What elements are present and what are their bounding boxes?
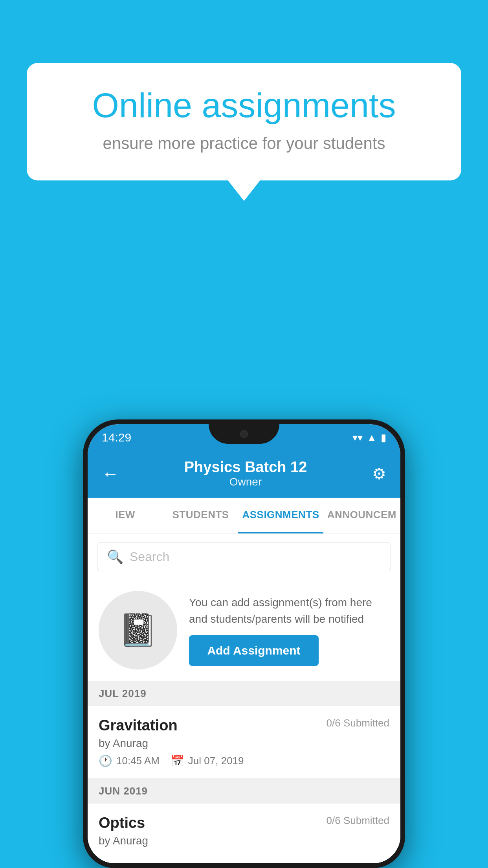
assignment-top-optics: Optics 0/6 Submitted [99,815,389,831]
section-label-jun: JUN 2019 [99,785,148,797]
info-block: 📓 You can add assignment(s) from here an… [88,579,400,681]
notch [209,424,279,444]
speech-bubble: Online assignments ensure more practice … [27,63,461,180]
assignment-meta-gravitation: 🕐 10:45 AM 📅 Jul 07, 2019 [99,754,389,767]
tab-students[interactable]: STUDENTS [163,498,238,533]
search-icon: 🔍 [107,549,123,565]
section-header-jul: JUL 2019 [88,681,400,706]
header-title: Physics Batch 12 [119,459,372,476]
assignment-submitted-optics: 0/6 Submitted [327,815,389,827]
settings-button[interactable]: ⚙ [372,465,386,483]
speech-bubble-subtitle: ensure more practice for your students [54,134,434,153]
phone-screen: 14:29 ▾▾ ▲ ▮ ← Physics Batch 12 Owner ⚙ [88,424,400,863]
calendar-icon: 📅 [171,754,184,767]
status-time: 14:29 [102,431,131,444]
tab-iew[interactable]: IEW [88,498,163,533]
notebook-icon: 📓 [118,612,158,649]
content-area: 🔍 Search 📓 You can add assignment(s) fro… [88,534,400,863]
battery-icon: ▮ [381,432,386,444]
phone-device: 14:29 ▾▾ ▲ ▮ ← Physics Batch 12 Owner ⚙ [83,419,405,868]
phone-outer-frame: 14:29 ▾▾ ▲ ▮ ← Physics Batch 12 Owner ⚙ [83,419,405,868]
wifi-icon: ▾▾ [352,432,363,444]
assignment-date: 📅 Jul 07, 2019 [171,754,244,767]
tab-bar: IEW STUDENTS ASSIGNMENTS ANNOUNCEM [88,498,400,534]
search-container: 🔍 Search [88,534,400,579]
status-icons: ▾▾ ▲ ▮ [352,432,386,444]
assignment-title-optics: Optics [99,815,145,831]
info-right: You can add assignment(s) from here and … [189,594,389,666]
section-header-jun: JUN 2019 [88,779,400,804]
assignment-submitted-gravitation: 0/6 Submitted [327,717,389,729]
assignment-title-gravitation: Gravitation [99,717,178,734]
assignment-top: Gravitation 0/6 Submitted [99,717,389,734]
section-label-jul: JUL 2019 [99,688,147,699]
clock-icon: 🕐 [99,754,112,767]
assignment-item-gravitation[interactable]: Gravitation 0/6 Submitted by Anurag 🕐 10… [88,706,400,779]
camera [240,430,248,438]
search-box[interactable]: 🔍 Search [97,542,391,571]
assignment-author-gravitation: by Anurag [99,737,389,750]
signal-icon: ▲ [367,432,377,444]
info-icon-circle: 📓 [99,591,177,669]
assignment-author-optics: by Anurag [99,835,389,847]
status-bar: 14:29 ▾▾ ▲ ▮ [88,424,400,451]
info-text: You can add assignment(s) from here and … [189,594,389,627]
header-center: Physics Batch 12 Owner [119,459,372,488]
back-button[interactable]: ← [102,464,119,484]
assignment-item-optics[interactable]: Optics 0/6 Submitted by Anurag [88,804,400,863]
app-header: ← Physics Batch 12 Owner ⚙ [88,451,400,498]
tab-announcements[interactable]: ANNOUNCEM [323,498,400,533]
search-input-placeholder[interactable]: Search [130,550,169,564]
tab-assignments[interactable]: ASSIGNMENTS [238,498,323,533]
date-text: Jul 07, 2019 [188,755,244,767]
speech-bubble-title: Online assignments [54,86,434,125]
assignment-time: 🕐 10:45 AM [99,754,160,767]
add-assignment-button[interactable]: Add Assignment [189,635,319,666]
speech-bubble-container: Online assignments ensure more practice … [27,63,461,180]
header-subtitle: Owner [119,476,372,488]
time-text: 10:45 AM [116,755,160,767]
